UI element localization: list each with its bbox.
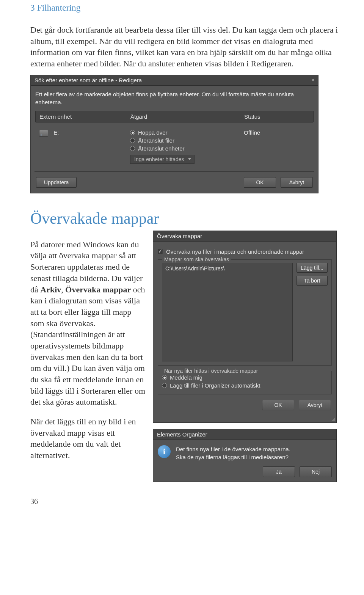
remove-button[interactable]: Ta bort — [297, 276, 328, 286]
dialog-titlebar: Sök efter enheter som är offline - Redig… — [31, 75, 318, 86]
paragraph-3: När det läggs till en ny bild i en överv… — [30, 416, 146, 461]
info-icon: i — [158, 445, 171, 458]
th-device: Extern enhet — [39, 113, 130, 120]
dialog-titlebar: Elements Organizer — [153, 429, 336, 440]
dialog-title: Elements Organizer — [157, 431, 207, 438]
add-button[interactable]: Lägg till... — [297, 263, 328, 273]
status-cell: Offline — [229, 129, 310, 164]
radio-skip[interactable]: Hoppa över — [130, 129, 229, 136]
checkbox-icon — [158, 249, 163, 254]
fieldset-legend: När nya filer hittas i övervakade mappar — [162, 368, 260, 374]
no-button[interactable]: Nej — [300, 466, 332, 477]
watch-checkbox[interactable]: Övervaka nya filer i mappar och underord… — [158, 248, 332, 255]
radio-icon — [130, 146, 135, 151]
folders-fieldset: Mappar som ska övervakas C:\Users\Admin\… — [158, 259, 332, 366]
folder-path: C:\Users\Admin\Pictures\ — [165, 265, 224, 272]
th-action: Åtgärd — [130, 113, 229, 120]
th-status: Status — [229, 113, 309, 120]
checkbox-label: Övervaka nya filer i mappar och underord… — [166, 248, 304, 255]
paragraph-1: Det går dock fortfarande att bearbeta de… — [30, 24, 349, 69]
offline-devices-dialog: Sök efter enheter som är offline - Redig… — [30, 75, 318, 193]
dialog-title: Sök efter enheter som är offline - Redig… — [35, 77, 142, 83]
resize-grip-icon[interactable]: ◢ — [153, 416, 336, 422]
update-button[interactable]: Uppdatera — [36, 177, 77, 188]
paragraph-2: På datorer med Windows kan du välja att … — [30, 239, 146, 408]
radio-icon — [162, 375, 167, 380]
folder-list[interactable]: C:\Users\Admin\Pictures\ — [162, 263, 293, 361]
page-number: 36 — [30, 497, 349, 506]
radio-auto-add[interactable]: Lägg till filer i Organizer automatiskt — [162, 382, 328, 389]
watch-folders-dialog: Övervaka mappar Övervaka nya filer i map… — [153, 231, 337, 423]
table-header: Extern enhet Åtgärd Status — [35, 111, 314, 122]
action-cell: Hoppa över Återanslut filer Återanslut e… — [130, 129, 229, 164]
ok-button[interactable]: OK — [262, 400, 294, 410]
section-title: Övervakade mappar — [30, 209, 349, 228]
radio-reconnect-files[interactable]: Återanslut filer — [130, 137, 229, 144]
radio-label: Meddela mig — [170, 374, 202, 381]
cancel-button[interactable]: Avbryt — [299, 400, 331, 410]
fieldset-legend: Mappar som ska övervakas — [162, 256, 231, 262]
drive-icon — [39, 130, 48, 137]
radio-label: Återanslut enheter — [138, 145, 185, 152]
radio-label: Återanslut filer — [138, 137, 174, 144]
table-row: E: Hoppa över Återanslut filer Återanslu… — [35, 126, 314, 168]
info-text: Det finns nya filer i de övervakade mapp… — [176, 445, 290, 461]
device-combo[interactable]: Inga enheter hittades — [130, 155, 195, 164]
radio-icon — [130, 130, 135, 135]
ok-button[interactable]: OK — [244, 177, 276, 188]
radio-icon — [130, 138, 135, 143]
radio-reconnect-devices[interactable]: Återanslut enheter — [130, 145, 229, 152]
dialog-title: Övervaka mappar — [157, 233, 202, 239]
dialog-message: Ett eller flera av de markerade objekten… — [35, 90, 314, 106]
radio-notify[interactable]: Meddela mig — [162, 374, 328, 381]
radio-label: Hoppa över — [138, 129, 168, 136]
radio-icon — [162, 383, 167, 388]
drive-letter: E: — [53, 129, 59, 136]
cancel-button[interactable]: Avbryt — [281, 177, 313, 188]
newfiles-fieldset: När nya filer hittas i övervakade mappar… — [158, 371, 332, 394]
info-dialog: Elements Organizer i Det finns nya filer… — [153, 429, 337, 482]
close-icon[interactable]: × — [311, 77, 314, 83]
radio-label: Lägg till filer i Organizer automatiskt — [170, 382, 260, 389]
yes-button[interactable]: Ja — [263, 466, 295, 477]
chapter-label: 3 Filhantering — [30, 3, 349, 13]
dialog-titlebar: Övervaka mappar — [153, 231, 336, 242]
drive-cell: E: — [39, 129, 130, 164]
